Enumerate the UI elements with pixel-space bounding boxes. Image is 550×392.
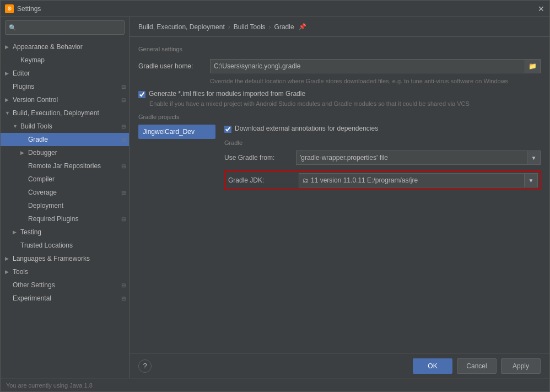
breadcrumb-part1: Build, Execution, Deployment [138, 23, 225, 31]
sidebar-item-label: Build Tools [20, 122, 121, 130]
sidebar-item-label: Trusted Locations [20, 241, 129, 249]
pin-icon: 📌 [299, 23, 306, 30]
expand-arrow: ▶ [13, 229, 20, 235]
expand-arrow: ▼ [5, 110, 13, 116]
search-box[interactable]: 🔍 [5, 20, 125, 35]
sidebar-item-build-tools[interactable]: ▼ Build Tools ⊟ [1, 120, 129, 133]
main-panel: Build, Execution, Deployment › Build Too… [130, 17, 549, 378]
item-badge: ⊟ [121, 163, 126, 169]
sidebar-item-compiler[interactable]: Compiler [1, 173, 129, 186]
sidebar-item-editor[interactable]: ▶ Editor [1, 67, 129, 80]
gradle-user-home-hint: Override the default location where Grad… [210, 78, 541, 84]
gradle-jdk-label: Gradle JDK: [227, 176, 299, 184]
expand-arrow: ▼ [13, 123, 20, 129]
help-button[interactable]: ? [138, 359, 152, 373]
sidebar-item-deployment[interactable]: Deployment [1, 199, 129, 212]
expand-arrow: ▶ [5, 269, 13, 275]
sidebar-item-other-settings[interactable]: Other Settings ⊟ [1, 278, 129, 292]
use-gradle-row: Use Gradle from: 'gradle-wrapper.propert… [224, 151, 541, 165]
gradle-user-home-row: Gradle user home: 📁 [138, 59, 541, 73]
sidebar-item-required-plugins[interactable]: Required Plugins ⊟ [1, 212, 129, 225]
close-button[interactable]: ✕ [537, 5, 545, 13]
item-badge: ⊟ [121, 216, 126, 222]
item-badge: ⊟ [121, 282, 126, 288]
app-icon: ⚙ [5, 4, 14, 13]
gradle-jdk-value: 11 version 11.0.11 E:/program/as/jre [311, 176, 418, 184]
titlebar: ⚙ Settings ✕ [1, 1, 549, 17]
sidebar-item-testing[interactable]: ▶ Testing [1, 225, 129, 239]
jdk-dropdown-button[interactable]: ▼ [525, 173, 538, 187]
sidebar-item-debugger[interactable]: ▶ Debugger [1, 146, 129, 159]
projects-layout: JingweiCard_Dev Download external annota… [138, 125, 541, 196]
search-input[interactable] [19, 24, 121, 31]
expand-arrow: ▶ [5, 97, 13, 103]
sidebar-item-keymap[interactable]: Keymap [1, 53, 129, 67]
item-badge: ⊟ [121, 296, 126, 302]
sidebar-item-label: Languages & Frameworks [13, 255, 129, 262]
sidebar-item-label: Version Control [13, 96, 121, 104]
project-list-panel: JingweiCard_Dev [138, 125, 215, 139]
sidebar-item-label: Remote Jar Repositories [28, 162, 121, 170]
footer: ? OK Cancel Apply [130, 353, 549, 378]
sidebar-item-version-control[interactable]: ▶ Version Control ⊟ [1, 93, 129, 106]
dropdown-arrow-icon: ▼ [527, 151, 541, 165]
download-annotations-row: Download external annotations for depend… [224, 125, 541, 133]
gradle-jdk-display[interactable]: 🗂 11 version 11.0.11 E:/program/as/jre [299, 173, 525, 187]
sidebar-item-plugins[interactable]: Plugins ⊟ [1, 80, 129, 93]
browse-button[interactable]: 📁 [525, 59, 541, 73]
window-title: Settings [17, 5, 537, 13]
gradle-jdk-row: Gradle JDK: 🗂 11 version 11.0.11 E:/prog… [224, 170, 541, 190]
sidebar-item-languages-frameworks[interactable]: ▶ Languages & Frameworks [1, 252, 129, 265]
sidebar: 🔍 ▶ Appearance & Behavior Keymap ▶ Edito… [1, 17, 130, 378]
apply-button[interactable]: Apply [501, 358, 541, 374]
sidebar-item-tools[interactable]: ▶ Tools [1, 265, 129, 278]
sidebar-item-label: Required Plugins [28, 215, 121, 223]
sidebar-item-gradle[interactable]: Gradle ⊟ [1, 133, 129, 146]
use-gradle-label: Use Gradle from: [224, 154, 296, 162]
project-item[interactable]: JingweiCard_Dev [138, 125, 215, 139]
breadcrumb-sep2: › [269, 23, 271, 31]
sidebar-item-appearance-behavior[interactable]: ▶ Appearance & Behavior [1, 40, 129, 53]
expand-arrow: ▶ [20, 150, 28, 155]
sidebar-item-build-execution-deployment[interactable]: ▼ Build, Execution, Deployment [1, 106, 129, 120]
footer-status: ? [138, 359, 408, 373]
download-annotations-checkbox[interactable] [224, 126, 231, 133]
use-gradle-select[interactable]: 'gradle-wrapper.properties' file Specifi… [296, 151, 527, 165]
item-badge: ⊟ [121, 137, 126, 143]
sidebar-item-remote-jar-repositories[interactable]: Remote Jar Repositories ⊟ [1, 159, 129, 173]
bottom-status-bar: You are currently using Java 1.8 [1, 378, 549, 391]
item-badge: ⊟ [121, 123, 126, 130]
gradle-projects-section: Gradle projects JingweiCard_Dev [138, 114, 541, 196]
expand-arrow: ▶ [5, 44, 13, 50]
item-badge: ⊟ [121, 84, 126, 90]
sidebar-item-label: Debugger [28, 149, 129, 157]
breadcrumb: Build, Execution, Deployment › Build Too… [130, 17, 549, 37]
generate-iml-hint: Enable if you have a mixed project with … [149, 100, 541, 107]
gradle-user-home-input[interactable] [210, 59, 525, 73]
project-settings-panel: Download external annotations for depend… [224, 125, 541, 196]
search-icon: 🔍 [9, 24, 17, 31]
download-annotations-label: Download external annotations for depend… [235, 125, 378, 132]
sidebar-item-label: Editor [13, 69, 129, 77]
sidebar-item-label: Experimental [13, 294, 121, 302]
gradle-projects-title: Gradle projects [138, 114, 541, 120]
item-badge: ⊟ [121, 190, 126, 196]
sidebar-item-label: Testing [20, 228, 129, 236]
sidebar-item-trusted-locations[interactable]: Trusted Locations [1, 239, 129, 252]
ok-button[interactable]: OK [413, 358, 452, 374]
sidebar-item-label: Other Settings [13, 281, 121, 289]
item-badge: ⊟ [121, 97, 126, 103]
main-content: 🔍 ▶ Appearance & Behavior Keymap ▶ Edito… [1, 17, 549, 378]
gradle-subsection-title: Gradle [224, 139, 541, 146]
sidebar-item-label: Build, Execution, Deployment [13, 109, 129, 117]
sidebar-item-label: Gradle [28, 136, 121, 143]
cancel-button[interactable]: Cancel [457, 358, 497, 374]
sidebar-tree: ▶ Appearance & Behavior Keymap ▶ Editor … [1, 38, 129, 378]
sidebar-item-experimental[interactable]: Experimental ⊟ [1, 292, 129, 305]
generate-iml-checkbox[interactable] [138, 91, 145, 98]
generate-iml-label: Generate *.iml files for modules importe… [149, 90, 305, 98]
sidebar-item-label: Appearance & Behavior [13, 43, 129, 51]
expand-arrow: ▶ [5, 71, 13, 76]
sidebar-item-coverage[interactable]: Coverage ⊟ [1, 186, 129, 199]
use-gradle-field: 'gradle-wrapper.properties' file Specifi… [296, 151, 541, 165]
